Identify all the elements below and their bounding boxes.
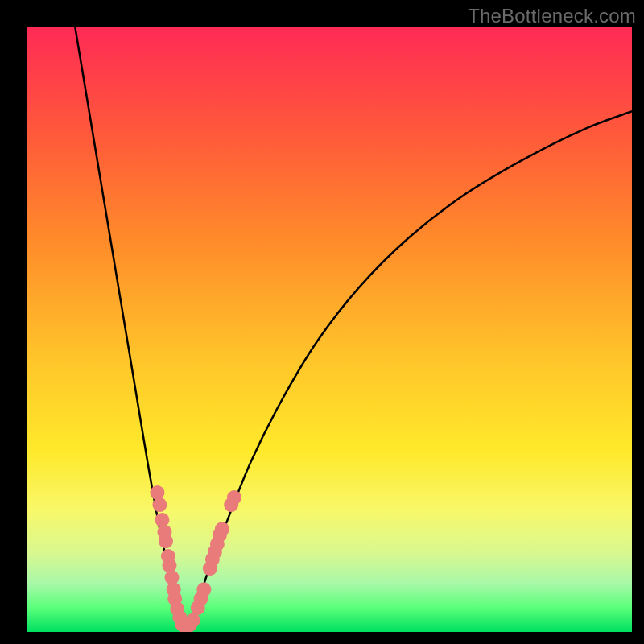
scatter-dot (150, 485, 164, 500)
chart-svg (27, 27, 632, 632)
right-curve (184, 111, 632, 632)
scatter-dots (150, 485, 242, 632)
scatter-dot (164, 570, 179, 584)
watermark-text: TheBottleneck.com (468, 5, 636, 27)
scatter-dot (215, 522, 229, 536)
scatter-dot (196, 582, 211, 597)
scatter-dot (152, 497, 167, 512)
scatter-dot (159, 534, 173, 548)
chart-frame: TheBottleneck.com (0, 0, 644, 644)
scatter-dot (186, 613, 200, 628)
scatter-dot (155, 513, 169, 527)
plot-area (27, 27, 632, 632)
scatter-dot (227, 490, 242, 505)
scatter-dot (162, 558, 176, 572)
